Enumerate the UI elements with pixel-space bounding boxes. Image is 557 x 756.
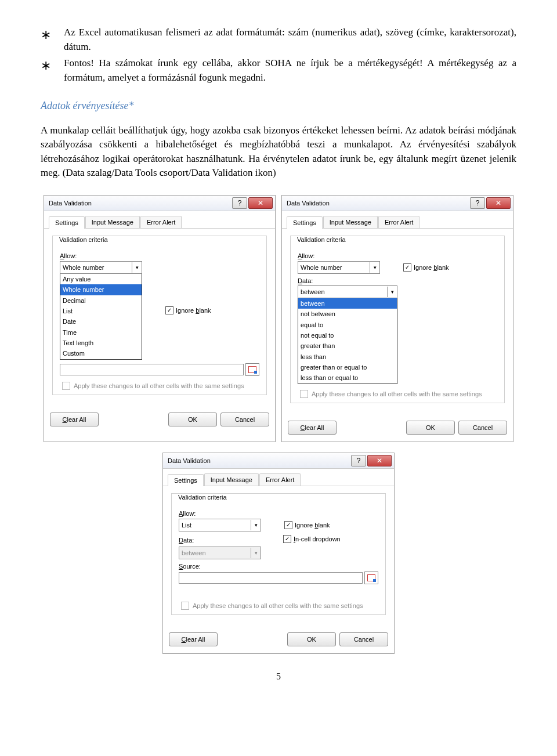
ignore-blank-checkbox[interactable]: ✓Ignore blank <box>284 521 330 529</box>
option-custom[interactable]: Custom <box>60 348 142 359</box>
dialog-title: Data Validation <box>287 200 469 207</box>
bullet-1: Az Excel automatikusan felismeri az adat… <box>64 26 516 54</box>
option-equal-to[interactable]: equal to <box>298 320 397 330</box>
bullet-2: Fontos! Ha számokat írunk egy cellába, a… <box>64 56 516 85</box>
allow-select[interactable]: Whole number▾ <box>60 261 142 274</box>
tab-settings[interactable]: Settings <box>49 216 85 229</box>
asterisk-icon: ∗ <box>41 26 64 54</box>
data-select-disabled: between▾ <box>179 547 261 559</box>
option-any-value[interactable]: Any value <box>60 274 142 284</box>
apply-label: Apply these changes to all other cells w… <box>312 390 482 397</box>
chevron-down-icon: ▾ <box>132 262 142 273</box>
ok-button[interactable]: OK <box>168 413 217 426</box>
chevron-down-icon: ▾ <box>370 262 379 273</box>
clear-all-button[interactable]: Clear All <box>50 413 99 426</box>
apply-checkbox <box>300 390 308 398</box>
option-text-length[interactable]: Text length <box>60 338 142 348</box>
ignore-blank-checkbox[interactable]: ✓Ignore blank <box>403 263 449 272</box>
chevron-down-icon: ▾ <box>251 548 261 558</box>
option-greater-than[interactable]: greater than <box>298 341 397 351</box>
chevron-down-icon: ▾ <box>251 520 261 530</box>
range-picker-icon <box>248 366 256 373</box>
ok-button[interactable]: OK <box>287 632 336 646</box>
clear-all-button[interactable]: Clear All <box>288 421 337 435</box>
tab-error-alert[interactable]: Error Alert <box>378 216 420 228</box>
section-heading: Adatok érvényesítése* <box>41 100 516 112</box>
ignore-blank-checkbox[interactable]: ✓Ignore blank <box>165 306 211 314</box>
apply-label: Apply these changes to all other cells w… <box>193 602 363 609</box>
close-button[interactable]: ✕ <box>367 455 392 466</box>
ok-button[interactable]: OK <box>406 421 455 435</box>
option-less-than[interactable]: less than <box>298 352 397 362</box>
apply-checkbox <box>181 602 189 610</box>
tab-input-message[interactable]: Input Message <box>323 216 378 228</box>
close-button[interactable]: ✕ <box>486 197 511 209</box>
option-not-equal-to[interactable]: not equal to <box>298 330 397 341</box>
allow-label: llow: <box>64 252 77 259</box>
apply-label: Apply these changes to all other cells w… <box>74 382 244 389</box>
dialog-data-dropdown: Data Validation ? ✕ Settings Input Messa… <box>281 195 513 442</box>
option-list[interactable]: List <box>60 306 142 316</box>
titlebar[interactable]: Data Validation ? ✕ <box>44 196 275 211</box>
page-number: 5 <box>41 671 516 682</box>
cancel-button[interactable]: Cancel <box>458 421 507 435</box>
tab-settings[interactable]: Settings <box>287 216 323 229</box>
close-button[interactable]: ✕ <box>248 197 273 209</box>
dialog-title: Data Validation <box>168 457 350 464</box>
group-label: Validation criteria <box>176 494 229 501</box>
data-select[interactable]: between▾ <box>298 285 397 298</box>
tab-input-message[interactable]: Input Message <box>85 216 140 228</box>
apply-checkbox <box>62 382 70 390</box>
option-between[interactable]: between <box>298 298 397 309</box>
tab-settings[interactable]: Settings <box>168 474 204 486</box>
option-lte[interactable]: less than or equal to <box>298 372 397 383</box>
incell-dropdown-checkbox[interactable]: ✓In-cell dropdown <box>283 535 341 543</box>
option-whole-number[interactable]: Whole number <box>60 284 142 295</box>
option-date[interactable]: Date <box>60 316 142 327</box>
allow-select[interactable]: Whole number▾ <box>298 261 380 274</box>
dialog-title: Data Validation <box>49 200 231 207</box>
cancel-button[interactable]: Cancel <box>339 632 388 646</box>
help-button[interactable]: ? <box>351 455 366 466</box>
help-button[interactable]: ? <box>470 197 485 209</box>
dialog-allow-dropdown: Data Validation ? ✕ Settings Input Messa… <box>44 195 276 442</box>
asterisk-icon: ∗ <box>41 56 64 85</box>
titlebar[interactable]: Data Validation ? ✕ <box>163 453 394 469</box>
range-picker-button[interactable] <box>364 571 378 584</box>
option-time[interactable]: Time <box>60 327 142 338</box>
allow-dropdown-list[interactable]: Any value Whole number Decimal List Date… <box>60 274 142 359</box>
tab-error-alert[interactable]: Error Alert <box>259 473 301 486</box>
chevron-down-icon: ▾ <box>387 287 397 297</box>
allow-select[interactable]: List▾ <box>179 519 261 531</box>
titlebar[interactable]: Data Validation ? ✕ <box>282 196 513 211</box>
body-paragraph: A munkalap celláit beállíthatjuk úgy, ho… <box>41 124 516 181</box>
cancel-button[interactable]: Cancel <box>220 413 269 426</box>
source-input[interactable] <box>179 572 363 584</box>
group-label: Validation criteria <box>295 236 348 243</box>
tab-error-alert[interactable]: Error Alert <box>140 216 182 228</box>
range-picker-icon <box>367 574 375 581</box>
group-label: Validation criteria <box>57 236 110 243</box>
option-gte[interactable]: greater than or equal to <box>298 362 397 372</box>
range-input[interactable] <box>60 364 244 375</box>
option-not-between[interactable]: not between <box>298 309 397 319</box>
dialog-list-source: Data Validation ? ✕ Settings Input Messa… <box>162 453 395 654</box>
clear-all-button[interactable]: Clear All <box>169 632 218 646</box>
help-button[interactable]: ? <box>232 197 247 209</box>
option-decimal[interactable]: Decimal <box>60 295 142 306</box>
range-picker-button[interactable] <box>245 363 259 376</box>
tab-input-message[interactable]: Input Message <box>204 473 259 486</box>
data-dropdown-list[interactable]: between not between equal to not equal t… <box>298 298 397 384</box>
